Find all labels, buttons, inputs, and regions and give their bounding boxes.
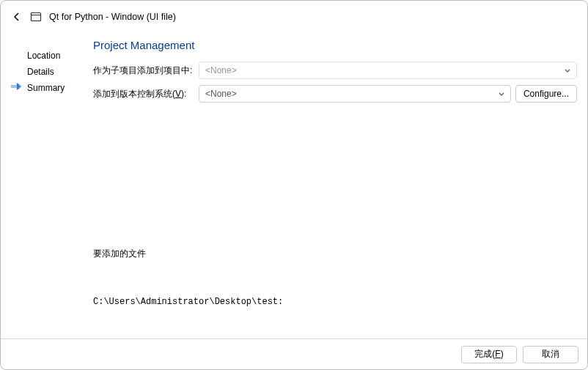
main-panel: Project Management 作为子项目添加到项目中: <None> 添…: [90, 39, 577, 320]
finish-button[interactable]: 完成(F): [461, 346, 517, 363]
chevron-down-icon: [497, 89, 506, 98]
vcs-row: 添加到版本控制系统(V): <None> Configure...: [93, 85, 577, 103]
subproject-label: 作为子项目添加到项目中:: [93, 64, 199, 77]
configure-button[interactable]: Configure...: [515, 85, 577, 103]
subproject-row: 作为子项目添加到项目中: <None>: [93, 62, 577, 79]
sidebar-item-details[interactable]: Details: [14, 64, 90, 80]
footer: 完成(F) 取消: [1, 338, 587, 369]
svg-rect-0: [32, 13, 41, 21]
header-bar: Qt for Python - Window (UI file): [1, 1, 587, 27]
vcs-select[interactable]: <None>: [199, 85, 511, 103]
vcs-label: 添加到版本控制系统(V):: [93, 88, 199, 100]
sidebar-item-summary[interactable]: Summary: [14, 80, 90, 96]
cancel-button[interactable]: 取消: [523, 346, 578, 363]
chevron-down-icon: [563, 66, 572, 75]
sidebar-item-label: Summary: [27, 83, 65, 93]
window-title: Qt for Python - Window (UI file): [49, 12, 176, 22]
window-type-icon: [30, 11, 42, 23]
body: Location Details Summary Project Managem…: [1, 27, 587, 320]
vcs-value: <None>: [205, 89, 237, 99]
subproject-select: <None>: [199, 62, 577, 79]
back-arrow-icon[interactable]: [11, 11, 23, 23]
files-heading: 要添加的文件: [93, 247, 577, 261]
section-title: Project Management: [93, 39, 577, 51]
subproject-value: <None>: [205, 65, 237, 75]
wizard-sidebar: Location Details Summary: [11, 39, 90, 320]
sidebar-item-location[interactable]: Location: [14, 48, 90, 64]
files-path: C:\Users\Administrator\Desktop\test:: [93, 295, 577, 309]
current-step-arrow-icon: [11, 81, 24, 92]
